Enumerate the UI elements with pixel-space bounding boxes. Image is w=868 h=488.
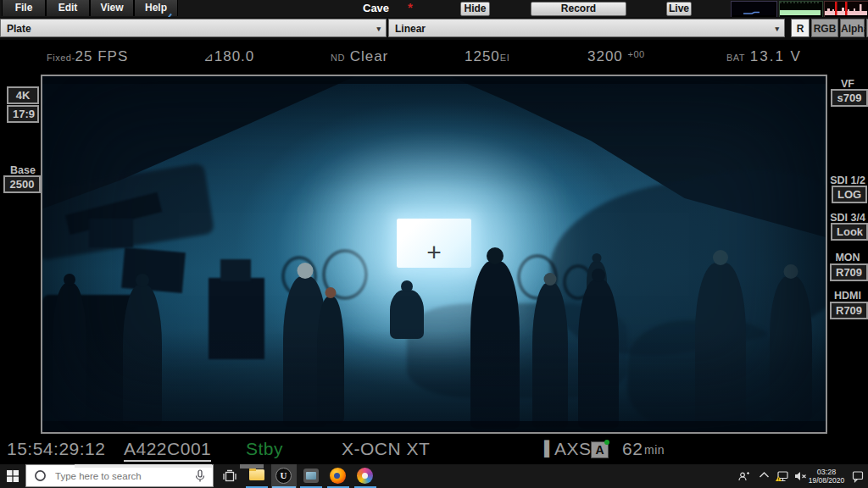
- chevron-down-icon: ▾: [775, 19, 779, 38]
- unreal-icon: U: [275, 468, 292, 484]
- network-status-button[interactable]: [773, 464, 792, 488]
- mon-label: MON: [829, 252, 866, 263]
- camera-scene: +: [42, 76, 826, 432]
- battery-prefix: BAT: [726, 53, 745, 63]
- firefox-icon: [330, 468, 346, 484]
- paint3d-icon: [357, 468, 373, 484]
- media-label: AXS: [554, 439, 592, 459]
- wb-offset: +00: [628, 49, 645, 59]
- red-histogram-scope: [824, 1, 868, 18]
- mon-value-badge: R709: [830, 263, 868, 281]
- photos-icon: [303, 469, 319, 483]
- task-view-button[interactable]: [217, 464, 242, 488]
- vignette: [42, 76, 826, 432]
- transport-bar: 15:54:29:12 A422C001 Stby X-OCN XT ▌ AXS…: [0, 434, 868, 464]
- menu-file[interactable]: File: [2, 0, 46, 16]
- shutter-value: 180.0: [214, 48, 255, 64]
- fps-value: 25 FPS: [75, 48, 129, 64]
- media-remaining-value: 62: [622, 439, 643, 459]
- hdmi-label: HDMI: [829, 290, 866, 302]
- tray-clock[interactable]: 03:28 19/08/2020: [807, 464, 846, 488]
- taskbar-app-firefox[interactable]: [326, 464, 351, 488]
- vf-value-badge: s709: [831, 89, 868, 107]
- search-box[interactable]: [25, 464, 214, 487]
- plate-dropdown-value: Plate: [7, 23, 31, 35]
- colorspace-dropdown-value: Linear: [395, 23, 426, 35]
- colorspace-dropdown[interactable]: Linear ▾: [388, 19, 785, 37]
- taskbar: U: [0, 464, 868, 488]
- horizontal-scrollbar[interactable]: [75, 464, 212, 468]
- media-bar-icon: ▌: [544, 441, 555, 458]
- action-center-icon: [851, 469, 865, 483]
- taskbar-app-paint3d[interactable]: [353, 464, 378, 488]
- nd-prefix: ND: [331, 53, 345, 63]
- menu-bar: File Edit View Help Cave * Hide Record L…: [0, 0, 868, 17]
- taskbar-app-photos[interactable]: [298, 464, 324, 488]
- waveform-scope: [731, 1, 777, 18]
- tray-time: 03:28: [807, 468, 846, 476]
- menu-view[interactable]: View: [90, 0, 134, 16]
- action-center-button[interactable]: [848, 464, 868, 488]
- people-button[interactable]: [734, 464, 754, 488]
- fps-readout: Fixed-25 FPS: [47, 48, 128, 65]
- channel-rgb-button[interactable]: RGB: [811, 19, 838, 37]
- plate-dropdown[interactable]: Plate ▾: [0, 19, 387, 37]
- clip-name: A422C001: [124, 439, 211, 462]
- channel-alpha-button[interactable]: Alpha: [840, 19, 865, 37]
- resolution-badge: 4K: [7, 86, 39, 104]
- shutter-angle-icon: ⊿: [203, 50, 214, 64]
- modified-indicator: *: [408, 0, 413, 14]
- aspect-ratio-badge: 17:9: [7, 105, 39, 123]
- vf-label: VF: [831, 78, 865, 90]
- media-remaining-unit: min: [644, 443, 665, 457]
- fps-prefix: Fixed-: [47, 53, 75, 63]
- battery-value: 13.1 V: [750, 48, 802, 64]
- ei-value: 1250: [465, 48, 500, 64]
- volume-muted-icon: [793, 469, 807, 483]
- sdi34-label: SDI 3/4: [829, 212, 866, 224]
- people-icon: [737, 469, 751, 483]
- network-warning-icon: [775, 469, 790, 483]
- base-value-badge: 2500: [3, 175, 41, 193]
- chevron-up-icon: [759, 471, 770, 479]
- hdmi-value-badge: R709: [830, 302, 868, 319]
- shutter-readout: ⊿180.0: [203, 48, 254, 65]
- battery-readout: BAT 13.1 V: [726, 48, 802, 65]
- timecode: 15:54:29:12: [7, 439, 105, 459]
- wb-value: 3200: [587, 48, 623, 64]
- task-view-icon: [223, 469, 236, 483]
- menu-edit[interactable]: Edit: [46, 0, 90, 16]
- tray-chevron-button[interactable]: [756, 464, 773, 488]
- base-label: Base: [7, 164, 39, 176]
- nd-value: Clear: [350, 48, 389, 64]
- hide-button[interactable]: Hide: [460, 2, 490, 16]
- record-button[interactable]: Record: [531, 2, 626, 16]
- tray-date: 19/08/2020: [807, 476, 846, 485]
- exposure-readout: 1250EI: [465, 48, 509, 65]
- desktop: File Edit View Help Cave * Hide Record L…: [0, 0, 868, 488]
- channel-r-button[interactable]: R: [791, 19, 810, 37]
- cortana-icon: [34, 469, 47, 482]
- windows-logo-icon: [7, 470, 19, 482]
- volume-button[interactable]: [792, 464, 809, 488]
- sdi34-value-badge: Look: [831, 223, 868, 241]
- green-histogram-scope: [779, 1, 823, 18]
- microphone-icon[interactable]: [195, 469, 205, 482]
- document-title: Cave: [363, 2, 389, 14]
- viewport-frame: +: [41, 75, 827, 434]
- nd-readout: ND Clear: [331, 48, 388, 65]
- toolbar: Plate ▾ Linear ▾ R RGB Alpha -: [0, 17, 868, 40]
- codec-readout: X-OCN XT: [342, 439, 430, 459]
- window-fragment: [240, 464, 264, 469]
- search-input[interactable]: [53, 470, 195, 482]
- chevron-down-icon: ▾: [376, 19, 381, 38]
- sdi12-value-badge: LOG: [832, 186, 867, 203]
- white-balance-readout: 3200 +00: [587, 48, 645, 65]
- sdi12-label: SDI 1/2: [829, 175, 866, 186]
- live-button[interactable]: Live: [666, 2, 692, 16]
- taskbar-app-unreal[interactable]: U: [271, 464, 297, 488]
- start-button[interactable]: [0, 464, 25, 488]
- camera-status-bar: Fixed-25 FPS ⊿180.0 ND Clear 1250EI 3200…: [0, 40, 868, 75]
- ei-suffix: EI: [500, 53, 509, 63]
- record-status: Stby: [246, 439, 283, 459]
